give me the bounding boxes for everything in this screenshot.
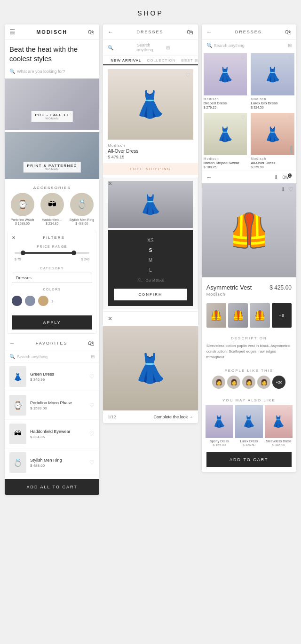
- price-slider-max-thumb[interactable]: [71, 251, 76, 255]
- s3-grid-icon[interactable]: ⊞: [288, 43, 292, 48]
- shipping-banner: FREE SHIPPING: [103, 163, 198, 175]
- grid-heart-0[interactable]: ♡: [241, 55, 245, 60]
- add-all-to-cart-button[interactable]: ADD ALL TO CART: [5, 479, 99, 495]
- screens-container: ☰ MODISCH 🛍 Beat the heat with the coole…: [5, 24, 296, 495]
- grid-heart-2[interactable]: ♡: [241, 115, 245, 120]
- also-price-1: $ 324.50: [235, 443, 263, 447]
- also-heart-1[interactable]: ♡: [258, 407, 261, 411]
- category-select[interactable]: Dresses Accessories Tops: [12, 273, 92, 283]
- people-more[interactable]: +26: [272, 376, 285, 389]
- fav-item-2[interactable]: 🕶 Haddonfield Eyewear $ 234.85 ♡: [5, 420, 99, 448]
- accessory-item-2[interactable]: 💍 Stylish Men Ring $ 488.00: [68, 193, 95, 225]
- banner-prefall[interactable]: PRE - FALL 17 WOMAN: [5, 79, 99, 130]
- thumb-more[interactable]: +8: [272, 303, 292, 328]
- s3-products-grid: 👗 ♡ Modisch Draped Dress $ 279.15 👗 ♡ Mo…: [202, 51, 296, 171]
- fav-item-name-1: Portofino Moon Phase: [30, 401, 86, 405]
- cart-icon[interactable]: 🛍: [88, 28, 95, 36]
- s2-product-img[interactable]: 👗 ♡: [108, 69, 193, 140]
- s3-back-button[interactable]: ←: [206, 29, 212, 35]
- complete-look-button[interactable]: Complete the look →: [154, 415, 193, 419]
- price-slider-min-thumb[interactable]: [21, 251, 25, 255]
- size-m[interactable]: M: [114, 255, 187, 265]
- fav-item-price-0: $ 346.99: [30, 377, 86, 382]
- color-swatch-navy[interactable]: [12, 296, 22, 306]
- size-overlay-close[interactable]: ✕: [108, 181, 112, 186]
- fav-item-3[interactable]: 💍 Stylish Men Ring $ 488.00 ♡: [5, 448, 99, 477]
- download-icon[interactable]: ⬇: [274, 174, 278, 181]
- accessory-item-0[interactable]: ⌚ Portofino Watch $ 1589.00: [8, 193, 36, 225]
- also-item-2[interactable]: 👗 ♡ Sleeveless Dress $ 345.90: [265, 405, 293, 447]
- tab-collection[interactable]: COLLECTION: [144, 55, 178, 64]
- size-s[interactable]: S: [114, 245, 187, 255]
- fav-heart-1[interactable]: ♡: [89, 402, 95, 408]
- size-l[interactable]: L: [114, 265, 187, 275]
- s3-search-bar[interactable]: 🔍 Search anything ⊞: [202, 40, 296, 51]
- size-overlay: ✕ 👗 XS S M L XL Out of Stock CONFIRM: [103, 178, 198, 309]
- grid-item-0[interactable]: 👗 ♡ Modisch Draped Dress $ 279.15: [202, 51, 249, 111]
- price-slider[interactable]: [15, 252, 89, 254]
- more-colors-icon[interactable]: ›: [51, 297, 54, 305]
- banner-print[interactable]: PRINT & PATTERNED WOMAN: [5, 132, 99, 179]
- s2-grid-icon[interactable]: ⊞: [166, 45, 193, 50]
- back-icon[interactable]: ←: [9, 340, 15, 346]
- also-heart-2[interactable]: ♡: [287, 407, 291, 411]
- thumb-1[interactable]: 🦺: [228, 303, 248, 328]
- s2-detail-img: 👗: [103, 326, 198, 410]
- fav-item-img-0: 👗: [9, 366, 26, 387]
- size-xs[interactable]: XS: [114, 236, 187, 245]
- cart-badge-icon[interactable]: 🛍2: [282, 174, 292, 181]
- accessory-item-1[interactable]: 🕶 Haddonfield... $ 234.85: [38, 193, 66, 225]
- product-heart-icon[interactable]: ♡: [185, 72, 190, 79]
- hamburger-icon[interactable]: ☰: [9, 28, 16, 36]
- accessory-price-2: $ 488.00: [68, 222, 95, 225]
- grid-heart-3[interactable]: ♡: [288, 115, 293, 120]
- apply-filters-button[interactable]: APPLY: [12, 315, 92, 330]
- grid-img-1: 👗 ♡: [251, 53, 294, 95]
- color-swatch-grey[interactable]: [25, 296, 35, 306]
- tab-new-arrival[interactable]: NEW ARRIVAL: [108, 55, 144, 65]
- fav-item-0[interactable]: 👗 Green Dress $ 346.99 ♡: [5, 362, 99, 391]
- thumb-0[interactable]: 🦺: [206, 303, 226, 328]
- color-swatch-tan[interactable]: [38, 296, 48, 306]
- favorites-search[interactable]: 🔍 Search anything ⊞: [5, 351, 99, 362]
- s3-main-product-img: 🦺 ⬇ ♡: [202, 183, 296, 277]
- grid-icon[interactable]: ⊞: [91, 354, 95, 359]
- fav-item-1[interactable]: ⌚ Portofino Moon Phase $ 1589.00 ♡: [5, 391, 99, 420]
- size-xl[interactable]: XL Out of Stock: [114, 275, 187, 285]
- back-button[interactable]: ←: [108, 29, 113, 35]
- search-icon: 🔍: [9, 69, 15, 74]
- fav-item-price-1: $ 1589.00: [30, 406, 86, 410]
- grid-item-2[interactable]: 👗 ♡ Modisch Breton Striped Sweat $ 189.2…: [202, 111, 249, 171]
- filters-close-button[interactable]: ✕: [12, 235, 16, 240]
- accessory-img-2: 💍: [70, 193, 94, 216]
- s2-search-bar[interactable]: 🔍 Search anything ⊞: [103, 40, 198, 55]
- detail-close-button[interactable]: ✕: [108, 315, 112, 322]
- also-heart-0[interactable]: ♡: [228, 407, 232, 411]
- grid-name-2: Breton Striped Sweat: [204, 161, 247, 165]
- fav-heart-0[interactable]: ♡: [89, 373, 95, 380]
- s3-cart-icon[interactable]: 🛍: [285, 28, 292, 36]
- grid-item-1[interactable]: 👗 ♡ Modisch Lurex Bib Dress $ 324.50: [249, 51, 296, 111]
- heart-icon-overlay[interactable]: ♡: [288, 186, 293, 193]
- add-to-cart-button[interactable]: ADD TO CART: [206, 452, 292, 467]
- confirm-size-button[interactable]: CONFIRM: [114, 289, 187, 300]
- also-item-0[interactable]: 👗 ♡ Sporty Dress $ 165.00: [206, 405, 233, 447]
- fav-heart-3[interactable]: ♡: [89, 459, 95, 466]
- search-bar[interactable]: 🔍 What are you looking for?: [5, 66, 99, 77]
- download-icon-overlay[interactable]: ⬇: [281, 186, 285, 193]
- fav-heart-2[interactable]: ♡: [89, 431, 95, 437]
- s2-header-title: DRESSES: [136, 30, 163, 34]
- s2-cart-icon[interactable]: 🛍: [187, 28, 193, 36]
- size-overlay-img: 👗: [108, 181, 192, 228]
- favorites-cart-icon[interactable]: 🛍: [88, 339, 95, 347]
- s2-product-price: $ 479.15: [108, 155, 193, 159]
- detail-back-icon[interactable]: ←: [206, 174, 212, 181]
- also-item-1[interactable]: 👗 ♡ Lurex Dress $ 324.50: [235, 405, 263, 447]
- person-avatar-2: 👩: [242, 376, 255, 389]
- accessory-img-1: 🕶: [40, 193, 64, 216]
- thumb-2[interactable]: 🦺: [250, 303, 269, 328]
- grid-heart-1[interactable]: ♡: [288, 55, 293, 60]
- grid-item-3[interactable]: 👗 ♡ ▐ Modisch All-Over Dress $ 379.90: [249, 111, 296, 171]
- tab-best-seller[interactable]: BEST SELLE: [179, 55, 198, 64]
- filters-panel: ✕ FILTERS PRICE RANGE $ 75 $ 240 CATEGOR…: [8, 231, 96, 334]
